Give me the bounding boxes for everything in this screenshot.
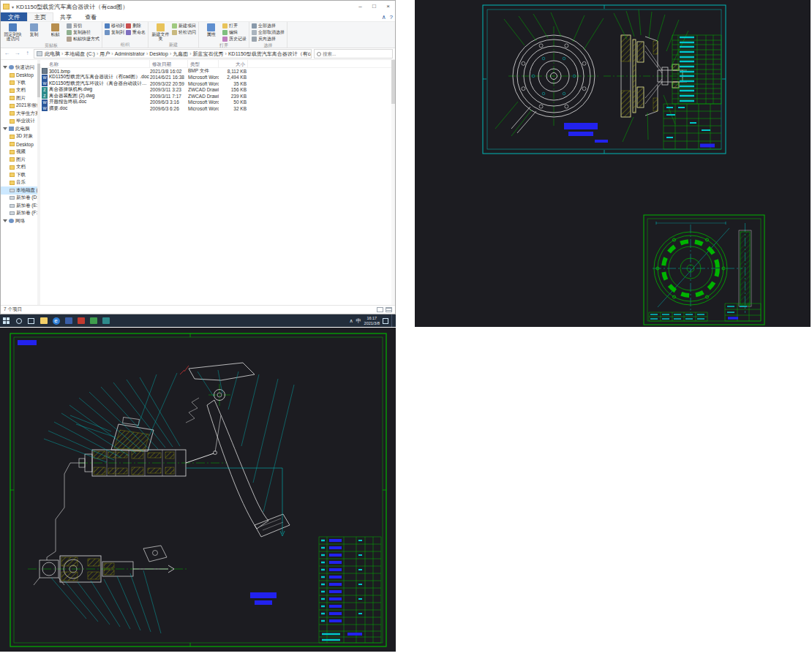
taskbar-app-teal[interactable] <box>99 314 112 327</box>
file-list-scrollbar[interactable] <box>391 60 395 305</box>
properties-button[interactable]: 属性 <box>201 23 221 37</box>
new-folder-button[interactable]: 新建文件夹 <box>151 23 170 42</box>
sidebar-item-local-disk-c[interactable]: 本地磁盘 (C:) <box>1 186 40 195</box>
file-row[interactable]: Z 离合器装配图 (2).dwg 2009/3/11 7:17 ZWCAD Dr… <box>40 93 395 99</box>
sidebar-item-3d-objects[interactable]: 3D 对象 <box>1 133 40 141</box>
breadcrumb-segment[interactable]: KD1150型载货汽车离合器设计（有cad图） <box>228 50 312 58</box>
ribbon-collapse-icon[interactable]: ∧ <box>382 14 386 20</box>
maximize-button[interactable]: □ <box>367 1 381 12</box>
tray-chevron-icon[interactable]: ∧ <box>349 318 353 324</box>
breadcrumb-segment[interactable]: 此电脑 <box>45 50 60 58</box>
search-box[interactable] <box>314 49 393 59</box>
tab-share[interactable]: 共享 <box>53 12 78 21</box>
cad-viewport-top[interactable] <box>415 0 811 327</box>
column-header-size[interactable]: 大小 <box>219 60 248 68</box>
open-button[interactable]: 打开 <box>222 23 247 29</box>
paste-icon <box>51 23 59 31</box>
breadcrumb-segment[interactable]: 本地磁盘 (C:) <box>64 50 95 58</box>
location-icon <box>37 51 42 56</box>
taskbar-app-red-cad[interactable] <box>75 314 87 327</box>
breadcrumb-segment[interactable]: Desktop <box>149 51 168 56</box>
breadcrumb-segment[interactable]: 新蓝宝石优秀 <box>193 50 224 58</box>
sidebar-item-volume-e[interactable]: 新加卷 (E:) <box>1 202 40 210</box>
sidebar-item-desktop[interactable]: Desktop <box>1 140 40 148</box>
breadcrumb[interactable]: 此电脑 › 本地磁盘 (C:) › 用户 › Administrator › D… <box>34 49 312 59</box>
sidebar-item-quick-access[interactable]: 快速访问 <box>1 64 40 72</box>
edit-button[interactable]: 编辑 <box>222 29 247 36</box>
sidebar-item-network[interactable]: 网络 <box>1 217 40 225</box>
taskbar-search-button[interactable] <box>12 314 25 327</box>
history-button[interactable]: 历史记录 <box>222 36 247 42</box>
forward-button[interactable]: → <box>13 50 21 58</box>
sidebar-item-documents[interactable]: 文档 <box>1 164 40 172</box>
sidebar-item-downloads[interactable]: 下载 <box>1 171 40 179</box>
copy-button[interactable]: 复制 <box>24 23 44 37</box>
back-button[interactable]: ← <box>3 50 11 58</box>
copy-path-button[interactable]: 复制路径 <box>67 29 99 36</box>
cad-viewport-bottom[interactable] <box>0 328 396 652</box>
taskbar-clock[interactable]: 16:17 2021/3/8 <box>364 316 380 325</box>
task-view-button[interactable] <box>25 314 37 327</box>
file-row[interactable]: W KD1150型载货汽车离合器设计（有cad图）.doc 2014/6/21 … <box>40 75 395 81</box>
sidebar-item-videos[interactable]: 视频 <box>1 148 40 157</box>
ime-indicator[interactable]: 中 <box>356 317 361 325</box>
sidebar-item-volume-d[interactable]: 新加卷 (D:) <box>1 195 40 203</box>
cut-button[interactable]: 剪切 <box>67 23 99 29</box>
pin-to-quick-access-button[interactable]: 固定到快速访问 <box>3 23 23 42</box>
close-button[interactable]: × <box>381 1 395 12</box>
taskbar-edge-browser[interactable]: e <box>50 314 62 327</box>
taskbar-app-green-cad[interactable] <box>87 314 99 327</box>
copy-to-button[interactable]: 复制到 <box>105 29 124 36</box>
sidebar-item-downloads[interactable]: 下载 <box>1 79 40 87</box>
sidebar-item-music[interactable]: 音乐 <box>1 179 40 187</box>
select-all-button[interactable]: 全部选择 <box>252 23 285 29</box>
file-row[interactable]: W KD1150型载货汽车环设计（离合器自动设计）.doc 2009/3/22 … <box>40 80 395 87</box>
column-header-type[interactable]: 类型 <box>188 60 219 68</box>
sidebar-item-volume-f[interactable]: 新加卷 (F:) <box>1 210 40 218</box>
sidebar-item-this-pc[interactable]: 此电脑 <box>1 125 40 133</box>
thumbnails-view-icon[interactable] <box>386 307 392 312</box>
delete-button[interactable]: 删除 <box>126 23 146 29</box>
search-input[interactable] <box>323 51 390 56</box>
minimize-button[interactable]: – <box>353 1 367 12</box>
start-button[interactable] <box>0 314 12 327</box>
new-item-button[interactable]: 新建项目 <box>172 23 196 29</box>
sidebar-item-desktop[interactable]: Desktop <box>1 72 40 80</box>
column-header-name[interactable]: 名称 <box>40 60 150 68</box>
sidebar-item-folder[interactable]: 2021寒假作业(汇总) <box>1 102 40 110</box>
breadcrumb-segment[interactable]: Administrator <box>115 51 145 56</box>
folder-icon <box>10 150 15 154</box>
notification-center-icon[interactable] <box>383 318 388 324</box>
file-row[interactable]: Z 离合器操纵机构.dwg 2009/3/11 3:23 ZWCAD Drawi… <box>40 87 395 94</box>
title-bar[interactable]: ▾ KD1150型载货汽车离合器设计（有cad图） – □ × <box>1 1 395 12</box>
up-button[interactable]: ↑ <box>23 50 31 58</box>
invert-selection-button[interactable]: 反向选择 <box>252 36 285 42</box>
rename-button[interactable]: 重命名 <box>126 29 146 36</box>
details-view-icon[interactable] <box>377 307 383 312</box>
column-header-date[interactable]: 修改日期 <box>150 60 188 68</box>
paste-shortcut-button[interactable]: 粘贴快捷方式 <box>67 36 99 42</box>
taskbar-file-explorer[interactable] <box>37 314 50 327</box>
breadcrumb-segment[interactable]: 用户 <box>99 50 110 58</box>
paste-button[interactable]: 粘贴 <box>45 23 65 37</box>
help-icon[interactable]: ? <box>390 14 393 20</box>
tab-file[interactable]: 文件 <box>1 12 27 21</box>
tab-view[interactable]: 查看 <box>78 12 103 21</box>
breadcrumb-segment[interactable]: 九鑫图 <box>173 50 188 58</box>
sidebar-item-folder[interactable]: 大学生方案汇编 <box>1 110 40 118</box>
easy-access-button[interactable]: 轻松访问 <box>172 29 196 36</box>
sidebar-item-folder[interactable]: 毕业设计 <box>1 118 40 126</box>
select-none-button[interactable]: 全部取消选择 <box>252 29 285 36</box>
properties-icon <box>207 23 215 31</box>
taskbar-app-blue[interactable] <box>62 314 75 327</box>
move-to-button[interactable]: 移动到 <box>105 23 124 29</box>
sidebar-item-documents[interactable]: 文档 <box>1 87 40 95</box>
file-row[interactable]: W 摘要.doc 2009/6/3 6:26 Microsoft Word ..… <box>40 105 395 112</box>
quick-access-toolbar-chevron-icon[interactable]: ▾ <box>12 4 14 10</box>
sidebar-item-pictures[interactable]: 图片 <box>1 156 40 164</box>
show-desktop-button[interactable] <box>391 314 394 327</box>
file-row[interactable]: 3001.bmp 2021/3/8 16:02 BMP 文件 8,112 KB <box>40 68 395 75</box>
tab-home[interactable]: 主页 <box>27 12 53 21</box>
file-row[interactable]: W 开题报告终稿.doc 2009/6/3 3:16 Microsoft Wor… <box>40 99 395 106</box>
sidebar-item-pictures[interactable]: 图片 <box>1 94 40 102</box>
